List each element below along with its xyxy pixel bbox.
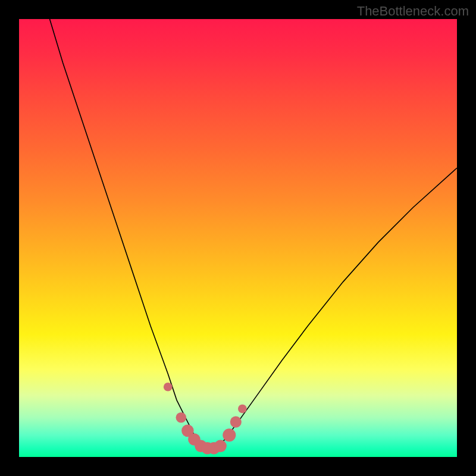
marker-point <box>230 416 242 428</box>
marker-point <box>238 405 247 414</box>
chart-svg <box>19 19 457 457</box>
marker-point <box>176 412 186 423</box>
marker-point <box>214 440 227 452</box>
marker-point <box>164 383 173 392</box>
marker-point <box>223 428 236 441</box>
marker-group <box>164 383 247 455</box>
bottleneck-curve <box>50 19 457 450</box>
watermark-text: TheBottleneck.com <box>357 4 469 19</box>
